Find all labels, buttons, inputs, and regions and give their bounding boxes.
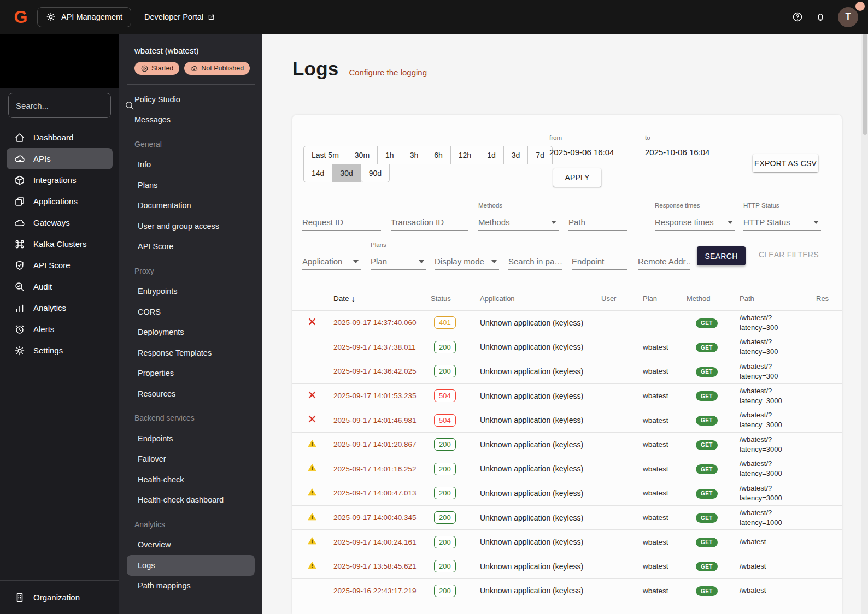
- request-id-input[interactable]: [302, 217, 381, 227]
- column-header-application[interactable]: Application: [480, 294, 601, 303]
- range-button-3d[interactable]: 3d: [503, 146, 529, 164]
- log-date-link[interactable]: 2025-09-17 14:36:42.025: [333, 367, 431, 375]
- table-row[interactable]: 2025-09-17 14:37:40.060401Unknown applic…: [292, 310, 842, 335]
- api-nav-item-policy-studio[interactable]: Policy Studio: [127, 89, 255, 110]
- api-nav-item-logs[interactable]: Logs: [127, 555, 255, 576]
- sidebar-search[interactable]: [8, 93, 111, 118]
- log-date-link[interactable]: 2025-09-16 22:43:17.219: [333, 587, 431, 595]
- table-row[interactable]: 2025-09-17 14:01:16.252200Unknown applic…: [292, 457, 842, 481]
- column-header-path[interactable]: Path: [740, 294, 816, 303]
- transaction-id-input[interactable]: [391, 217, 468, 227]
- api-nav-item-entrypoints[interactable]: Entrypoints: [127, 281, 255, 302]
- api-nav-item-overview[interactable]: Overview: [127, 535, 255, 556]
- api-nav-item-deployments[interactable]: Deployments: [127, 322, 255, 343]
- scrollbar-thumb[interactable]: [863, 34, 867, 135]
- column-header-status[interactable]: Status: [431, 294, 480, 303]
- help-icon[interactable]: [792, 10, 803, 23]
- column-header-res[interactable]: Res: [816, 294, 842, 303]
- apply-button[interactable]: APPLY: [553, 168, 601, 187]
- log-date-link[interactable]: 2025-09-17 14:01:16.252: [333, 465, 431, 473]
- table-row[interactable]: 2025-09-17 14:00:24.161200Unknown applic…: [292, 529, 842, 554]
- log-date-link[interactable]: 2025-09-17 14:00:47.013: [333, 489, 431, 497]
- api-nav-item-failover[interactable]: Failover: [127, 449, 255, 470]
- sidebar-item-integrations[interactable]: Integrations: [7, 169, 113, 191]
- table-row[interactable]: 2025-09-17 14:01:53.235504Unknown applic…: [292, 383, 842, 408]
- sidebar-item-analytics[interactable]: Analytics: [7, 297, 113, 318]
- column-header-plan[interactable]: Plan: [643, 294, 687, 303]
- log-date-link[interactable]: 2025-09-17 14:01:20.867: [333, 440, 431, 448]
- range-button-30m[interactable]: 30m: [347, 146, 378, 164]
- search-button[interactable]: SEARCH: [697, 246, 746, 265]
- range-button-1d[interactable]: 1d: [479, 146, 504, 164]
- column-header-date[interactable]: Date↓: [333, 294, 431, 303]
- sidebar-item-organization[interactable]: Organization: [0, 580, 119, 614]
- http-status-select[interactable]: HTTP Status: [743, 214, 821, 231]
- range-button-14d[interactable]: 14d: [303, 164, 332, 182]
- application-select[interactable]: Application: [302, 253, 361, 270]
- from-date-input[interactable]: [549, 144, 635, 161]
- sidebar-item-api-score[interactable]: API Score: [7, 255, 113, 276]
- column-header-user[interactable]: User: [601, 294, 643, 303]
- sidebar-item-gateways[interactable]: Gateways: [7, 212, 113, 233]
- column-header-method[interactable]: Method: [687, 294, 740, 303]
- table-row[interactable]: 2025-09-17 14:00:40.345200Unknown applic…: [292, 505, 842, 530]
- log-date-link[interactable]: 2025-09-17 14:37:38.011: [333, 343, 431, 351]
- table-row[interactable]: 2025-09-17 14:36:42.025200Unknown applic…: [292, 359, 842, 383]
- api-nav-item-resources[interactable]: Resources: [127, 383, 255, 404]
- api-nav-item-messages[interactable]: Messages: [127, 110, 255, 131]
- to-date-input[interactable]: [645, 144, 737, 161]
- remote-addr-input[interactable]: [638, 257, 690, 266]
- range-button-last-5m[interactable]: Last 5m: [303, 146, 347, 164]
- path-input[interactable]: [568, 217, 627, 227]
- sidebar-item-applications[interactable]: Applications: [7, 191, 113, 212]
- sidebar-item-audit[interactable]: Audit: [7, 276, 113, 297]
- api-nav-item-health-check[interactable]: Health-check: [127, 469, 255, 490]
- range-button-12h[interactable]: 12h: [450, 146, 479, 164]
- table-row[interactable]: 2025-09-17 14:01:20.867200Unknown applic…: [292, 432, 842, 457]
- log-date-link[interactable]: 2025-09-17 14:01:53.235: [333, 392, 431, 400]
- api-nav-item-plans[interactable]: Plans: [127, 175, 255, 196]
- log-date-link[interactable]: 2025-09-17 14:00:24.161: [333, 538, 431, 546]
- sidebar-item-settings[interactable]: Settings: [7, 340, 113, 361]
- range-button-3h[interactable]: 3h: [402, 146, 427, 164]
- vertical-scrollbar[interactable]: [861, 34, 868, 614]
- api-nav-item-cors[interactable]: CORS: [127, 302, 255, 322]
- response-times-select[interactable]: Response times: [655, 214, 735, 231]
- table-row[interactable]: 2025-09-17 14:01:46.981504Unknown applic…: [292, 408, 842, 432]
- api-nav-item-path-mappings[interactable]: Path mappings: [127, 576, 255, 597]
- user-avatar[interactable]: T: [838, 7, 858, 27]
- sidebar-item-alerts[interactable]: Alerts: [7, 318, 113, 340]
- sidebar-item-apis[interactable]: APIs: [7, 148, 113, 169]
- sidebar-item-dashboard[interactable]: Dashboard: [7, 127, 113, 148]
- api-nav-item-documentation[interactable]: Documentation: [127, 196, 255, 216]
- api-nav-item-response-templates[interactable]: Response Templates: [127, 343, 255, 363]
- export-csv-button[interactable]: EXPORT AS CSV: [753, 154, 818, 172]
- api-nav-item-health-check-dashboard[interactable]: Health-check dashboard: [127, 490, 255, 511]
- gravitee-logo-icon[interactable]: G: [10, 6, 32, 28]
- endpoint-input[interactable]: [572, 257, 627, 266]
- log-date-link[interactable]: 2025-09-17 13:58:45.621: [333, 562, 431, 570]
- table-row[interactable]: 2025-09-17 13:58:45.621200Unknown applic…: [292, 554, 842, 578]
- configure-logging-link[interactable]: Configure the logging: [349, 68, 427, 77]
- table-row[interactable]: 2025-09-17 14:00:47.013200Unknown applic…: [292, 481, 842, 505]
- range-button-1h[interactable]: 1h: [377, 146, 402, 164]
- table-row[interactable]: 2025-09-16 22:43:17.219200Unknown applic…: [292, 578, 842, 603]
- plan-select[interactable]: Plan: [371, 253, 426, 270]
- methods-select[interactable]: Methods: [478, 214, 559, 231]
- log-date-link[interactable]: 2025-09-17 14:00:40.345: [333, 513, 431, 522]
- table-row[interactable]: 2025-09-17 14:37:38.011200Unknown applic…: [292, 335, 842, 359]
- developer-portal-link[interactable]: Developer Portal: [144, 13, 215, 21]
- api-nav-item-properties[interactable]: Properties: [127, 363, 255, 384]
- range-button-30d[interactable]: 30d: [332, 164, 361, 182]
- api-nav-item-info[interactable]: Info: [127, 155, 255, 175]
- clear-filters-button[interactable]: CLEAR FILTERS: [759, 250, 819, 259]
- range-button-6h[interactable]: 6h: [426, 146, 451, 164]
- api-nav-item-user-and-group-access[interactable]: User and group access: [127, 216, 255, 237]
- sidebar-item-kafka-clusters[interactable]: Kafka Clusters: [7, 233, 113, 255]
- api-nav-item-api-score[interactable]: API Score: [127, 237, 255, 257]
- api-nav-item-endpoints[interactable]: Endpoints: [127, 428, 255, 449]
- log-date-link[interactable]: 2025-09-17 14:37:40.060: [333, 318, 431, 327]
- range-button-90d[interactable]: 90d: [361, 164, 390, 182]
- notifications-bell-icon[interactable]: [815, 10, 826, 23]
- product-switcher[interactable]: API Management: [37, 7, 131, 27]
